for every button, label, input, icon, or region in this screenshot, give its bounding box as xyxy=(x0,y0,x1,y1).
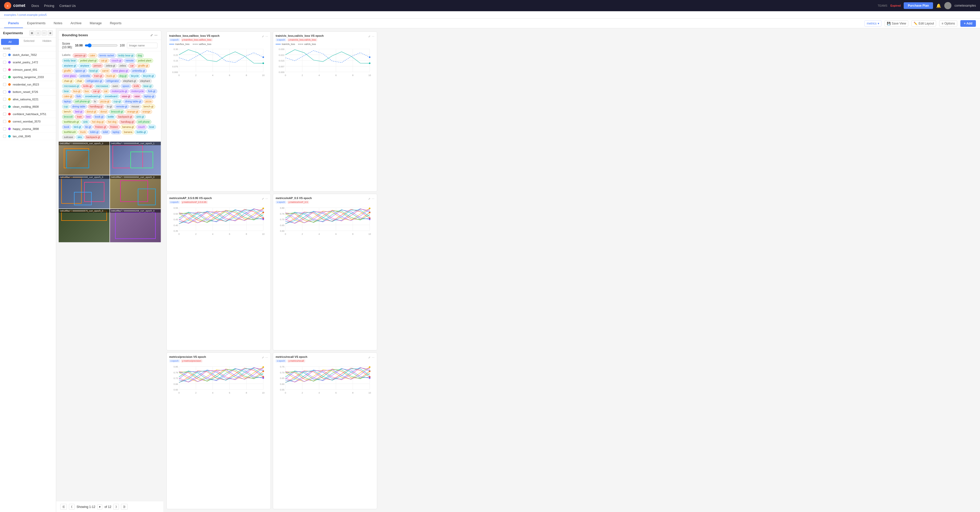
sidebar-ctrl-columns[interactable]: ⋯ xyxy=(41,30,47,35)
filter-tab-selected[interactable]: Selected xyxy=(20,38,38,46)
label-tag[interactable]: snowboard xyxy=(103,94,119,99)
label-tag[interactable]: car-gt xyxy=(91,89,102,94)
label-tag[interactable]: bear xyxy=(62,89,71,94)
tab-panels[interactable]: Panels xyxy=(4,19,23,28)
image-cell[interactable]: 04818f8a7 / 000000000540_curr_epoch_1 xyxy=(110,142,161,175)
expand-chart-icon[interactable]: ⤢ xyxy=(368,197,370,200)
label-tag[interactable]: bowl-gt xyxy=(88,68,100,73)
exp-checkbox[interactable] xyxy=(3,127,6,130)
label-tag[interactable]: fork-gt xyxy=(146,89,157,94)
image-cell[interactable]: 04818f8a7 / 000000000092_curr_epoch_0 xyxy=(110,175,161,209)
label-tag[interactable]: orange xyxy=(141,110,152,114)
label-tag[interactable]: bus xyxy=(83,89,91,94)
label-tag[interactable]: donut xyxy=(99,110,108,114)
more-chart-icon[interactable]: ⋯ xyxy=(372,197,374,200)
tab-notes[interactable]: Notes xyxy=(49,19,66,28)
experiment-item[interactable]: sporting_tangerine_2333 xyxy=(0,73,56,81)
experiment-item[interactable]: scarlet_pastry_1472 xyxy=(0,59,56,66)
notification-icon[interactable]: 🔔 xyxy=(936,3,941,8)
label-tag[interactable]: oven xyxy=(111,84,120,88)
logo[interactable]: c comet xyxy=(4,2,25,9)
label-tag[interactable]: vase-gt xyxy=(120,94,132,99)
label-tag[interactable]: bed xyxy=(84,114,92,119)
docs-link[interactable]: Docs xyxy=(32,4,39,8)
tab-experiments[interactable]: Experiments xyxy=(23,19,49,28)
label-tag[interactable]: frisbee xyxy=(108,125,120,129)
expand-icon[interactable]: ⤢ xyxy=(150,33,153,37)
label-tag[interactable]: microwave-gt xyxy=(62,84,81,88)
label-tag[interactable]: tennis racket xyxy=(98,53,116,58)
label-tag[interactable]: orange-gt xyxy=(125,110,140,114)
experiment-item[interactable]: happy_cinema_3898 xyxy=(0,125,56,133)
exp-checkbox[interactable] xyxy=(3,113,6,116)
save-view-button[interactable]: 💾 Save View xyxy=(885,21,908,27)
label-tag[interactable]: carrot xyxy=(100,68,110,73)
label-tag[interactable]: boat xyxy=(148,125,156,129)
experiment-item[interactable]: crimson_panel_691 xyxy=(0,66,56,73)
label-tag[interactable]: tv xyxy=(92,99,98,103)
label-tag[interactable]: dog xyxy=(136,53,144,58)
label-tag[interactable]: bus-gt xyxy=(72,89,82,94)
label-tag[interactable]: chair-gt xyxy=(62,79,74,83)
label-tag[interactable]: bird-gt xyxy=(72,125,83,129)
image-cell[interactable]: 04818f8a7 / 000000000308_curr_epoch_0 xyxy=(59,175,110,209)
label-tag[interactable]: vase xyxy=(133,94,142,99)
label-tag[interactable]: hot dog xyxy=(106,120,118,124)
purchase-button[interactable]: Purchase Plan xyxy=(904,2,933,9)
label-tag[interactable]: cell phone-gt xyxy=(73,99,91,103)
label-tag[interactable]: cup-gt xyxy=(112,99,123,103)
exp-checkbox[interactable] xyxy=(3,61,6,64)
more-chart-icon[interactable]: ⋯ xyxy=(372,35,374,38)
label-tag[interactable]: umbrella xyxy=(78,74,92,78)
label-tag[interactable]: skis xyxy=(76,135,84,139)
label-tag[interactable]: broccoli xyxy=(62,114,74,119)
expand-chart-icon[interactable]: ⤢ xyxy=(262,35,264,38)
label-tag[interactable]: banana-gt xyxy=(121,125,135,129)
label-tag[interactable]: train xyxy=(75,114,83,119)
score-slider[interactable] xyxy=(85,43,118,48)
filter-tab-all[interactable]: All xyxy=(1,39,19,45)
label-tag[interactable]: toothbrush xyxy=(62,130,78,134)
image-name-input[interactable] xyxy=(127,43,158,48)
image-cell[interactable]: 04818f8a7 / 000000000575_curr_epoch_0 xyxy=(59,209,110,242)
label-tag[interactable]: bear-gt xyxy=(142,84,153,88)
label-tag[interactable]: suitcase xyxy=(62,135,75,139)
label-tag[interactable]: tie-gt xyxy=(83,125,93,129)
label-tag[interactable]: couch xyxy=(136,125,147,129)
label-tag[interactable]: laptop-gt xyxy=(142,94,156,99)
experiment-item[interactable]: tan_chili_3045 xyxy=(0,133,56,140)
exp-checkbox[interactable] xyxy=(3,98,6,101)
experiment-item[interactable]: bottom_newel_9726 xyxy=(0,88,56,96)
exp-checkbox[interactable] xyxy=(3,83,6,86)
label-tag[interactable]: person xyxy=(92,64,103,68)
expand-chart-icon[interactable]: ⤢ xyxy=(262,356,264,359)
label-tag[interactable]: giraffe xyxy=(62,68,73,73)
filter-tab-hidden[interactable]: Hidden xyxy=(38,38,56,46)
exp-checkbox[interactable] xyxy=(3,53,6,56)
label-tag[interactable]: pizza-gt xyxy=(99,99,111,103)
label-tag[interactable]: cake xyxy=(88,53,97,58)
label-tag[interactable]: toilet-gt xyxy=(88,130,100,134)
label-tag[interactable]: bottle-gt xyxy=(135,130,148,134)
more-chart-icon[interactable]: ⋯ xyxy=(372,356,374,359)
label-tag[interactable]: teddy bear xyxy=(62,59,78,63)
exp-checkbox[interactable] xyxy=(3,76,6,79)
label-tag[interactable]: cup xyxy=(62,104,70,109)
label-tag[interactable]: cat xyxy=(102,89,109,94)
label-tag[interactable]: knife-gt xyxy=(81,84,94,88)
more-chart-icon[interactable]: ⋯ xyxy=(266,35,268,38)
label-tag[interactable]: spoon xyxy=(121,84,131,88)
label-tag[interactable]: couch-gt xyxy=(110,59,123,63)
label-tag[interactable]: umbrella-gt xyxy=(130,68,147,73)
pricing-link[interactable]: Pricing xyxy=(44,4,54,8)
label-tag[interactable]: airplane-gt xyxy=(62,64,78,68)
contact-link[interactable]: Contact Us xyxy=(59,4,76,8)
exp-checkbox[interactable] xyxy=(3,68,6,71)
label-tag[interactable]: bicycle-gt xyxy=(141,74,156,78)
more-chart-icon[interactable]: ⋯ xyxy=(266,356,268,359)
breadcrumb-child[interactable]: comet-example-yolov5 xyxy=(18,13,47,16)
exp-checkbox[interactable] xyxy=(3,105,6,108)
label-tag[interactable]: bench xyxy=(62,110,73,114)
experiment-item[interactable]: residential_run_8523 xyxy=(0,81,56,88)
label-tag[interactable]: dining table-gt xyxy=(123,99,143,103)
